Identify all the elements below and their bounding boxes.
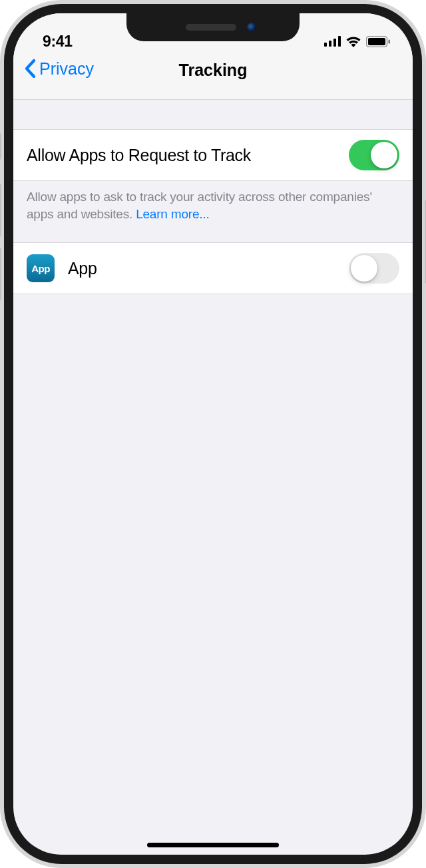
- cellular-icon: [324, 36, 341, 47]
- back-label: Privacy: [39, 59, 94, 79]
- back-button[interactable]: Privacy: [24, 59, 94, 79]
- status-time: 9:41: [43, 33, 73, 51]
- svg-rect-1: [329, 41, 331, 47]
- allow-apps-to-track-toggle[interactable]: [349, 140, 399, 170]
- section-footer: Allow apps to ask to track your activity…: [13, 181, 413, 242]
- toggle-knob: [351, 255, 377, 282]
- speaker-grille: [186, 24, 236, 31]
- settings-content: Allow Apps to Request to Track Allow app…: [13, 100, 413, 294]
- wifi-icon: [345, 36, 361, 47]
- notch: [126, 13, 300, 41]
- toggle-knob: [371, 142, 397, 168]
- volume-up-button: [0, 184, 1, 237]
- home-indicator[interactable]: [147, 843, 279, 847]
- page-title: Tracking: [179, 61, 248, 80]
- status-icons: [324, 36, 390, 47]
- svg-rect-3: [338, 36, 341, 47]
- mute-switch: [0, 133, 1, 160]
- svg-rect-2: [333, 39, 336, 47]
- chevron-left-icon: [24, 59, 36, 79]
- app-icon: App: [27, 254, 55, 282]
- svg-rect-6: [389, 39, 391, 43]
- app-tracking-row: App App: [13, 242, 413, 294]
- svg-rect-5: [368, 38, 385, 45]
- front-camera: [247, 23, 256, 32]
- allow-apps-to-track-row: Allow Apps to Request to Track: [13, 129, 413, 181]
- nav-bar: Privacy Tracking: [13, 59, 413, 100]
- phone-bezel: 9:41 Privacy Tracking Allow Apps to Requ…: [4, 4, 422, 864]
- app-tracking-toggle[interactable]: [349, 253, 399, 284]
- volume-down-button: [0, 248, 1, 301]
- battery-icon: [366, 36, 390, 47]
- app-name-label: App: [68, 259, 335, 278]
- svg-rect-0: [324, 43, 327, 47]
- learn-more-link[interactable]: Learn more...: [136, 207, 209, 221]
- phone-frame: 9:41 Privacy Tracking Allow Apps to Requ…: [0, 0, 426, 868]
- allow-apps-to-track-label: Allow Apps to Request to Track: [27, 146, 349, 165]
- screen: 9:41 Privacy Tracking Allow Apps to Requ…: [13, 13, 413, 855]
